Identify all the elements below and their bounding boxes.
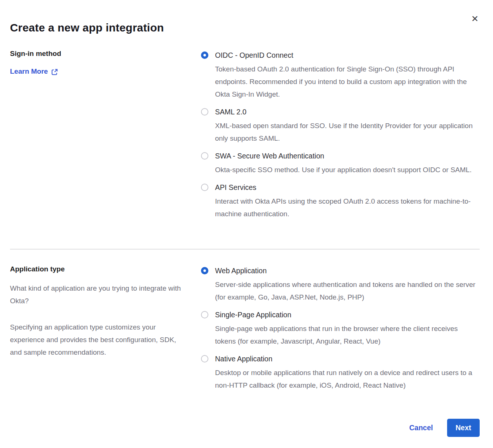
radio-option-label: Single-Page Application <box>215 310 479 320</box>
dialog-footer: Cancel Next <box>10 419 480 437</box>
radio-option-description: XML-based open standard for SSO. Use if … <box>215 120 479 145</box>
radio-option[interactable]: API Services Interact with Okta APIs usi… <box>201 183 480 220</box>
radio-option-description: Server-side applications where authentic… <box>215 278 479 304</box>
radio-option-label: Native Application <box>215 354 479 364</box>
radio-option-label: Web Application <box>215 266 479 276</box>
radio-option-text: Single-Page Application Single-page web … <box>215 310 479 348</box>
external-link-icon <box>51 68 58 76</box>
radio-option-label: SAML 2.0 <box>215 107 479 117</box>
application-type-help-text: Specifying an application type customize… <box>10 321 188 359</box>
radio-option[interactable]: Web Application Server-side applications… <box>201 266 480 304</box>
radio-option[interactable]: Single-Page Application Single-page web … <box>201 310 480 348</box>
radio-button-icon[interactable] <box>201 108 208 116</box>
learn-more-label: Learn More <box>10 67 48 76</box>
radio-option-description: Okta-specific SSO method. Use if your ap… <box>215 164 472 176</box>
radio-option-description: Desktop or mobile applications that run … <box>215 367 479 392</box>
create-app-integration-dialog: ✕ Create a new app integration Sign-in m… <box>0 0 493 448</box>
application-type-label: Application type <box>10 265 201 273</box>
application-type-left-column: Application type What kind of applicatio… <box>10 265 201 398</box>
signin-method-options: OIDC - OpenID Connect Token-based OAuth … <box>201 50 480 227</box>
radio-option-label: API Services <box>215 183 479 193</box>
application-type-section: Application type What kind of applicatio… <box>10 265 480 398</box>
close-icon: ✕ <box>471 14 479 24</box>
application-type-options: Web Application Server-side applications… <box>201 265 480 398</box>
next-button[interactable]: Next <box>447 419 480 437</box>
radio-option-label: SWA - Secure Web Authentication <box>215 151 472 161</box>
radio-option-description: Token-based OAuth 2.0 authentication for… <box>215 63 479 101</box>
radio-option-text: SAML 2.0 XML-based open standard for SSO… <box>215 107 479 145</box>
radio-option-label: OIDC - OpenID Connect <box>215 50 479 60</box>
close-button[interactable]: ✕ <box>469 13 480 24</box>
radio-option-text: SWA - Secure Web Authentication Okta-spe… <box>215 151 472 176</box>
signin-method-label: Sign-in method <box>10 50 201 58</box>
radio-option-text: API Services Interact with Okta APIs usi… <box>215 183 479 220</box>
section-divider <box>10 249 480 250</box>
radio-option-description: Interact with Okta APIs using the scoped… <box>215 195 479 220</box>
signin-method-section: Sign-in method Learn More OIDC - OpenID … <box>10 50 480 227</box>
application-type-question: What kind of application are you trying … <box>10 282 188 307</box>
radio-button-icon[interactable] <box>201 51 208 59</box>
radio-button-icon[interactable] <box>201 355 208 362</box>
dialog-title: Create a new app integration <box>10 21 480 34</box>
radio-button-icon[interactable] <box>201 267 208 274</box>
radio-option[interactable]: SWA - Secure Web Authentication Okta-spe… <box>201 151 480 176</box>
radio-button-icon[interactable] <box>201 152 208 160</box>
radio-option-description: Single-page web applications that run in… <box>215 322 479 348</box>
radio-option[interactable]: SAML 2.0 XML-based open standard for SSO… <box>201 107 480 145</box>
radio-button-icon[interactable] <box>201 311 208 318</box>
radio-option[interactable]: OIDC - OpenID Connect Token-based OAuth … <box>201 50 480 101</box>
cancel-button[interactable]: Cancel <box>409 424 433 432</box>
radio-option-text: Web Application Server-side applications… <box>215 266 479 304</box>
radio-button-icon[interactable] <box>201 184 208 191</box>
radio-option[interactable]: Native Application Desktop or mobile app… <box>201 354 480 392</box>
learn-more-link[interactable]: Learn More <box>10 67 58 76</box>
signin-method-left-column: Sign-in method Learn More <box>10 50 201 227</box>
radio-option-text: Native Application Desktop or mobile app… <box>215 354 479 392</box>
radio-option-text: OIDC - OpenID Connect Token-based OAuth … <box>215 50 479 101</box>
